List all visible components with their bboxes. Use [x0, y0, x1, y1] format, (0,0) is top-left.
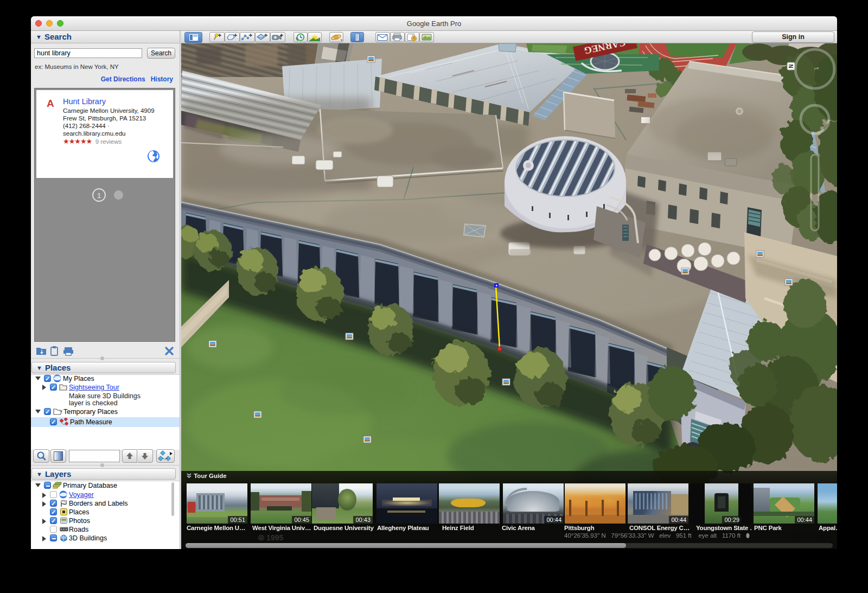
svg-text:N: N [788, 64, 794, 68]
